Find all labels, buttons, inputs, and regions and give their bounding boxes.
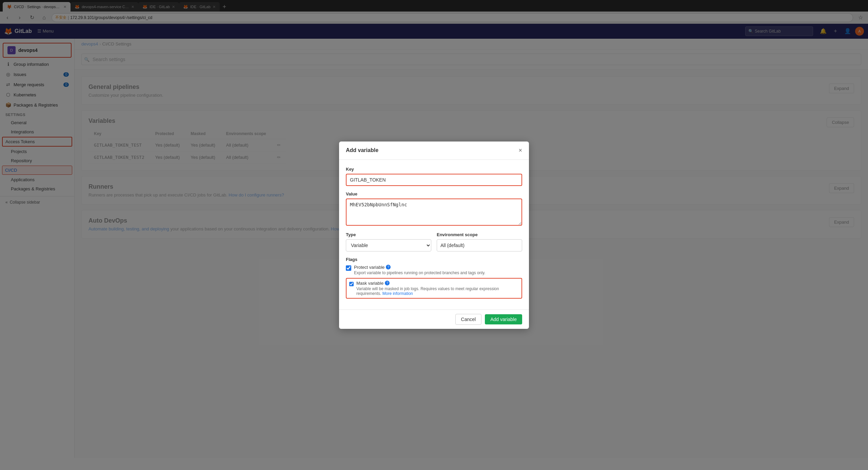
type-env-row: Type Variable File Environment scope [346, 232, 522, 251]
mask-flag-text: Mask variable ? Variable will be masked … [356, 281, 519, 296]
flags-label: Flags [346, 257, 522, 262]
protect-flag-text: Protect variable ? Export variable to pi… [354, 265, 485, 275]
value-label: Value [346, 191, 522, 196]
type-col: Type Variable File [346, 232, 431, 251]
key-input[interactable] [346, 174, 522, 186]
protect-variable-row: Protect variable ? Export variable to pi… [346, 265, 522, 275]
protect-flag-name: Protect variable ? [354, 265, 485, 270]
protect-variable-checkbox[interactable] [346, 265, 351, 271]
flags-section: Flags Protect variable ? Export variable… [346, 257, 522, 299]
mask-info-icon[interactable]: ? [385, 281, 390, 285]
mask-flag-name: Mask variable ? [356, 281, 519, 286]
mask-flag-desc: Variable will be masked in job logs. Req… [356, 286, 519, 296]
env-scope-label: Environment scope [437, 232, 522, 237]
type-label: Type [346, 232, 431, 237]
modal-footer: Cancel Add variable [339, 309, 529, 329]
env-scope-input[interactable] [437, 239, 522, 251]
env-scope-col: Environment scope [437, 232, 522, 251]
modal-overlay: Add variable × Key Value MhEV52bNpbUnnSf… [0, 0, 868, 458]
mask-variable-row: Mask variable ? Variable will be masked … [346, 278, 522, 299]
add-variable-button[interactable]: Add variable [485, 314, 522, 324]
key-form-group: Key [346, 167, 522, 186]
value-form-group: Value MhEV52bNpbUnnSfNglnc [346, 191, 522, 227]
add-variable-modal: Add variable × Key Value MhEV52bNpbUnnSf… [339, 142, 529, 329]
protect-flag-desc: Export variable to pipelines running on … [354, 270, 485, 275]
modal-close-button[interactable]: × [518, 147, 522, 154]
modal-title: Add variable [346, 147, 378, 153]
modal-body: Key Value MhEV52bNpbUnnSfNglnc Type Vari… [339, 160, 529, 309]
cancel-button[interactable]: Cancel [455, 314, 482, 325]
value-textarea[interactable]: MhEV52bNpbUnnSfNglnc [346, 199, 522, 226]
mask-more-info-link[interactable]: More information [382, 291, 413, 296]
type-select[interactable]: Variable File [346, 239, 431, 251]
key-label: Key [346, 167, 522, 172]
modal-header: Add variable × [339, 142, 529, 160]
mask-variable-checkbox[interactable] [349, 281, 354, 287]
protect-info-icon[interactable]: ? [386, 265, 391, 269]
